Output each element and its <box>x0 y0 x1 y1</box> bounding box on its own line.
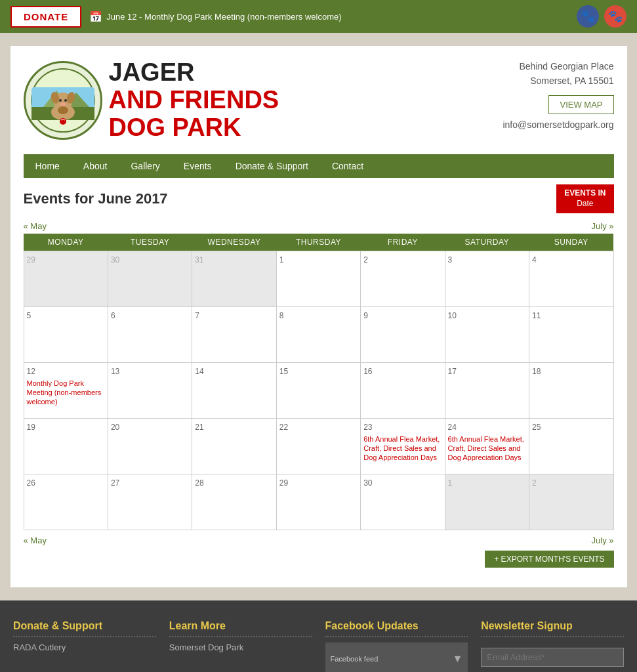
col-wednesday: WEDNESDAY <box>192 234 276 251</box>
day-number: 10 <box>448 311 457 320</box>
view-map-button[interactable]: VIEW MAP <box>548 95 613 114</box>
day-number: 11 <box>532 311 541 320</box>
nav-contact[interactable]: Contact <box>320 154 375 178</box>
calendar-day-cell: 30 <box>108 251 192 306</box>
next-month-link-bottom[interactable]: July » <box>592 536 614 545</box>
calendar-day-cell: 21 <box>192 418 276 474</box>
prev-month-link-bottom[interactable]: « May <box>24 536 47 545</box>
next-month-link[interactable]: July » <box>592 221 614 231</box>
col-sunday: SUNDAY <box>529 234 613 251</box>
calendar-day-cell: 13 <box>108 362 192 418</box>
calendar-day-cell: 19 <box>24 418 108 474</box>
calendar-day-cell: 18 <box>529 362 613 418</box>
day-number: 8 <box>279 311 284 320</box>
day-number: 3 <box>448 255 453 264</box>
export-button[interactable]: + EXPORT MONTH'S EVENTS <box>485 551 613 568</box>
day-number: 28 <box>195 478 203 488</box>
email-link: info@somersetdogpark.org <box>503 119 613 130</box>
day-number: 17 <box>448 367 457 376</box>
nav-events[interactable]: Events <box>172 154 224 178</box>
calendar-icon: 📅 <box>89 10 102 23</box>
calendar-day-cell: 4 <box>529 251 613 306</box>
day-number: 12 <box>27 367 35 376</box>
site-name-dog-park: DOG PARK <box>109 114 279 142</box>
calendar-day-cell: 246th Annual Flea Market, Craft, Direct … <box>445 418 529 474</box>
svg-point-11 <box>60 102 66 106</box>
calendar-day-cell: 5 <box>24 306 108 362</box>
fb-scroll-icon[interactable]: ▼ <box>452 653 462 665</box>
calendar-section: Events for June 2017 EVENTS IN Date « Ma… <box>24 178 614 574</box>
calendar-day-cell: 1 <box>276 251 360 306</box>
nav-about[interactable]: About <box>72 154 119 178</box>
day-number: 27 <box>111 478 119 488</box>
calendar-week-row: 19202122236th Annual Flea Market, Craft,… <box>24 418 613 474</box>
email-input[interactable] <box>481 648 624 667</box>
calendar-day-cell: 30 <box>361 474 445 530</box>
header-right: Behind Georgian Place Somerset, PA 15501… <box>503 59 613 130</box>
footer-newsletter: Newsletter Signup <box>481 620 624 672</box>
event-text: June 12 - Monthly Dog Park Meeting (non-… <box>106 12 341 22</box>
day-number: 1 <box>448 478 453 488</box>
footer-donate-item: RADA Cutlery <box>13 642 156 652</box>
calendar-day-cell: 29 <box>24 251 108 306</box>
nav-donate[interactable]: Donate & Support <box>224 154 320 178</box>
svg-point-12 <box>58 106 68 114</box>
donate-button[interactable]: DONATE <box>10 6 81 28</box>
calendar-title: Events for June 2017 <box>24 190 168 207</box>
calendar-event-link[interactable]: 6th Annual Flea Market, Craft, Direct Sa… <box>363 434 442 463</box>
day-number: 23 <box>363 423 372 432</box>
footer-donate: Donate & Support RADA Cutlery <box>13 620 156 672</box>
calendar-day-cell: 29 <box>276 474 360 530</box>
googleplus-icon[interactable]: 🐾 <box>604 5 627 28</box>
footer-newsletter-title: Newsletter Signup <box>481 620 624 637</box>
logo-circle <box>24 61 102 140</box>
calendar-nav-bottom: « May July » <box>24 536 614 545</box>
calendar-day-cell: 1 <box>445 474 529 530</box>
day-number: 29 <box>279 478 288 488</box>
day-number: 14 <box>195 367 203 376</box>
nav-home[interactable]: Home <box>24 154 72 178</box>
calendar-day-cell: 12Monthly Dog Park Meeting (non-members … <box>24 362 108 418</box>
day-number: 29 <box>27 255 35 264</box>
calendar-day-cell: 15 <box>276 362 360 418</box>
top-bar: DONATE 📅 June 12 - Monthly Dog Park Meet… <box>0 0 637 33</box>
calendar-header-row: MONDAY TUESDAY WEDNESDAY THURSDAY FRIDAY… <box>24 234 613 251</box>
day-number: 19 <box>27 423 35 432</box>
col-tuesday: TUESDAY <box>108 234 192 251</box>
day-number: 15 <box>279 367 288 376</box>
calendar-week-row: 12Monthly Dog Park Meeting (non-members … <box>24 362 613 418</box>
main-wrapper: JAGER AND FRIENDS DOG PARK Behind Georgi… <box>10 46 627 587</box>
nav-gallery[interactable]: Gallery <box>119 154 171 178</box>
calendar-day-cell: 25 <box>529 418 613 474</box>
site-header: JAGER AND FRIENDS DOG PARK Behind Georgi… <box>24 59 614 141</box>
col-friday: FRIDAY <box>361 234 445 251</box>
calendar-day-cell: 10 <box>445 306 529 362</box>
calendar-day-cell: 28 <box>192 474 276 530</box>
svg-point-10 <box>64 99 67 102</box>
calendar-event-link[interactable]: Monthly Dog Park Meeting (non-members we… <box>27 379 105 407</box>
calendar-table: MONDAY TUESDAY WEDNESDAY THURSDAY FRIDAY… <box>24 234 614 530</box>
col-monday: MONDAY <box>24 234 108 251</box>
address-line2: Somerset, PA 15501 <box>503 74 613 88</box>
calendar-day-cell: 26 <box>24 474 108 530</box>
calendar-day-cell: 8 <box>276 306 360 362</box>
footer-learn-title: Learn More <box>169 620 312 637</box>
prev-month-link[interactable]: « May <box>24 221 47 231</box>
export-row: + EXPORT MONTH'S EVENTS <box>24 551 614 568</box>
day-number: 9 <box>363 311 368 320</box>
calendar-day-cell: 14 <box>192 362 276 418</box>
calendar-event-link[interactable]: 6th Annual Flea Market, Craft, Direct Sa… <box>448 434 526 463</box>
calendar-day-cell: 16 <box>361 362 445 418</box>
facebook-icon[interactable]: 🐾 <box>577 5 599 28</box>
fb-widget-text: Facebook feed <box>331 655 379 663</box>
site-name-and-friends: AND FRIENDS <box>109 87 279 114</box>
col-saturday: SATURDAY <box>445 234 529 251</box>
footer-learn-item: Somerset Dog Park <box>169 642 312 652</box>
day-number: 25 <box>532 423 541 432</box>
day-number: 6 <box>111 311 115 320</box>
footer-facebook: Facebook Updates Facebook feed ▼ <box>325 620 468 672</box>
calendar-day-cell: 17 <box>445 362 529 418</box>
top-bar-social: 🐾 🐾 <box>577 5 627 28</box>
address: Behind Georgian Place Somerset, PA 15501 <box>503 59 613 89</box>
day-number: 21 <box>195 423 203 432</box>
